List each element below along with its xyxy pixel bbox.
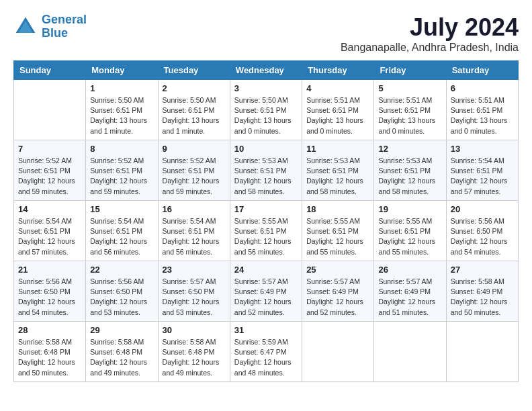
day-number: 25	[306, 265, 369, 275]
day-info: Sunrise: 5:52 AMSunset: 6:51 PMDaylight:…	[90, 156, 153, 197]
day-info: Sunrise: 5:57 AMSunset: 6:49 PMDaylight:…	[306, 277, 369, 318]
calendar-day-cell: 2Sunrise: 5:50 AMSunset: 6:51 PMDaylight…	[158, 80, 230, 140]
day-number: 17	[234, 204, 298, 214]
day-number: 27	[451, 265, 514, 275]
day-info: Sunrise: 5:53 AMSunset: 6:51 PMDaylight:…	[306, 156, 369, 197]
calendar-day-cell: 17Sunrise: 5:55 AMSunset: 6:51 PMDayligh…	[230, 201, 302, 261]
calendar-day-cell: 22Sunrise: 5:56 AMSunset: 6:50 PMDayligh…	[86, 261, 158, 322]
day-info: Sunrise: 5:52 AMSunset: 6:51 PMDaylight:…	[163, 156, 226, 197]
calendar-week-row: 1Sunrise: 5:50 AMSunset: 6:51 PMDaylight…	[14, 80, 519, 140]
day-number: 24	[234, 265, 298, 275]
day-number: 3	[234, 83, 298, 93]
calendar-day-cell: 16Sunrise: 5:54 AMSunset: 6:51 PMDayligh…	[158, 201, 230, 261]
month-title: July 2024	[341, 13, 519, 42]
calendar-week-row: 28Sunrise: 5:58 AMSunset: 6:48 PMDayligh…	[14, 322, 519, 382]
day-number: 28	[18, 325, 81, 335]
day-info: Sunrise: 5:50 AMSunset: 6:51 PMDaylight:…	[163, 95, 226, 136]
day-info: Sunrise: 5:51 AMSunset: 6:51 PMDaylight:…	[451, 95, 514, 136]
day-number: 15	[90, 204, 153, 214]
day-info: Sunrise: 5:58 AMSunset: 6:48 PMDaylight:…	[90, 337, 153, 378]
calendar-day-cell: 11Sunrise: 5:53 AMSunset: 6:51 PMDayligh…	[302, 140, 374, 201]
calendar-day-cell: 18Sunrise: 5:55 AMSunset: 6:51 PMDayligh…	[302, 201, 374, 261]
calendar-table: SundayMondayTuesdayWednesdayThursdayFrid…	[13, 60, 519, 382]
calendar-day-cell: 29Sunrise: 5:58 AMSunset: 6:48 PMDayligh…	[86, 322, 158, 382]
calendar-day-cell: 25Sunrise: 5:57 AMSunset: 6:49 PMDayligh…	[302, 261, 374, 322]
calendar-day-cell: 31Sunrise: 5:59 AMSunset: 6:47 PMDayligh…	[230, 322, 302, 382]
calendar-day-cell: 28Sunrise: 5:58 AMSunset: 6:48 PMDayligh…	[14, 322, 86, 382]
calendar-day-cell: 6Sunrise: 5:51 AMSunset: 6:51 PMDaylight…	[446, 80, 518, 140]
calendar-header-row: SundayMondayTuesdayWednesdayThursdayFrid…	[14, 61, 519, 80]
calendar-day-cell: 26Sunrise: 5:57 AMSunset: 6:49 PMDayligh…	[374, 261, 446, 322]
calendar-day-cell: 19Sunrise: 5:55 AMSunset: 6:51 PMDayligh…	[374, 201, 446, 261]
day-info: Sunrise: 5:54 AMSunset: 6:51 PMDaylight:…	[451, 156, 514, 197]
day-number: 2	[163, 83, 226, 93]
day-number: 16	[163, 204, 226, 214]
calendar-day-cell: 9Sunrise: 5:52 AMSunset: 6:51 PMDaylight…	[158, 140, 230, 201]
day-info: Sunrise: 5:57 AMSunset: 6:50 PMDaylight:…	[163, 277, 226, 318]
day-number: 19	[378, 204, 441, 214]
calendar-day-cell: 5Sunrise: 5:51 AMSunset: 6:51 PMDaylight…	[374, 80, 446, 140]
day-number: 11	[306, 144, 369, 154]
day-number: 18	[306, 204, 369, 214]
calendar-day-cell: 15Sunrise: 5:54 AMSunset: 6:51 PMDayligh…	[86, 201, 158, 261]
day-of-week-header: Saturday	[446, 61, 518, 80]
day-info: Sunrise: 5:55 AMSunset: 6:51 PMDaylight:…	[234, 216, 298, 257]
location-subtitle: Banganapalle, Andhra Pradesh, India	[341, 42, 519, 54]
day-info: Sunrise: 5:58 AMSunset: 6:49 PMDaylight:…	[451, 277, 514, 318]
calendar-day-cell: 14Sunrise: 5:54 AMSunset: 6:51 PMDayligh…	[14, 201, 86, 261]
day-number: 20	[451, 204, 514, 214]
day-number: 26	[378, 265, 441, 275]
day-of-week-header: Sunday	[14, 61, 86, 80]
logo-icon	[13, 15, 38, 39]
calendar-day-cell: 1Sunrise: 5:50 AMSunset: 6:51 PMDaylight…	[86, 80, 158, 140]
page-header: General Blue July 2024 Banganapalle, And…	[13, 13, 519, 54]
day-of-week-header: Wednesday	[230, 61, 302, 80]
calendar-day-cell: 27Sunrise: 5:58 AMSunset: 6:49 PMDayligh…	[446, 261, 518, 322]
logo: General Blue	[13, 13, 87, 40]
day-info: Sunrise: 5:54 AMSunset: 6:51 PMDaylight:…	[90, 216, 153, 257]
day-info: Sunrise: 5:56 AMSunset: 6:50 PMDaylight:…	[451, 216, 514, 257]
calendar-day-cell: 12Sunrise: 5:53 AMSunset: 6:51 PMDayligh…	[374, 140, 446, 201]
calendar-day-cell	[14, 80, 86, 140]
calendar-day-cell: 20Sunrise: 5:56 AMSunset: 6:50 PMDayligh…	[446, 201, 518, 261]
day-info: Sunrise: 5:55 AMSunset: 6:51 PMDaylight:…	[378, 216, 441, 257]
calendar-day-cell	[374, 322, 446, 382]
logo-text: General Blue	[42, 13, 87, 40]
day-of-week-header: Monday	[86, 61, 158, 80]
day-number: 4	[306, 83, 369, 93]
day-number: 5	[378, 83, 441, 93]
day-info: Sunrise: 5:54 AMSunset: 6:51 PMDaylight:…	[18, 216, 81, 257]
calendar-day-cell: 24Sunrise: 5:57 AMSunset: 6:49 PMDayligh…	[230, 261, 302, 322]
day-info: Sunrise: 5:53 AMSunset: 6:51 PMDaylight:…	[378, 156, 441, 197]
day-info: Sunrise: 5:59 AMSunset: 6:47 PMDaylight:…	[234, 337, 298, 378]
day-info: Sunrise: 5:56 AMSunset: 6:50 PMDaylight:…	[18, 277, 81, 318]
day-info: Sunrise: 5:51 AMSunset: 6:51 PMDaylight:…	[378, 95, 441, 136]
calendar-day-cell: 13Sunrise: 5:54 AMSunset: 6:51 PMDayligh…	[446, 140, 518, 201]
calendar-day-cell: 23Sunrise: 5:57 AMSunset: 6:50 PMDayligh…	[158, 261, 230, 322]
day-info: Sunrise: 5:57 AMSunset: 6:49 PMDaylight:…	[234, 277, 298, 318]
calendar-day-cell	[302, 322, 374, 382]
title-block: July 2024 Banganapalle, Andhra Pradesh, …	[341, 13, 519, 54]
logo-line1: General	[42, 13, 87, 26]
day-of-week-header: Thursday	[302, 61, 374, 80]
day-of-week-header: Friday	[374, 61, 446, 80]
calendar-day-cell: 4Sunrise: 5:51 AMSunset: 6:51 PMDaylight…	[302, 80, 374, 140]
calendar-week-row: 7Sunrise: 5:52 AMSunset: 6:51 PMDaylight…	[14, 140, 519, 201]
day-of-week-header: Tuesday	[158, 61, 230, 80]
day-info: Sunrise: 5:52 AMSunset: 6:51 PMDaylight:…	[18, 156, 81, 197]
day-info: Sunrise: 5:50 AMSunset: 6:51 PMDaylight:…	[234, 95, 298, 136]
day-info: Sunrise: 5:57 AMSunset: 6:49 PMDaylight:…	[378, 277, 441, 318]
day-info: Sunrise: 5:50 AMSunset: 6:51 PMDaylight:…	[90, 95, 153, 136]
day-number: 6	[451, 83, 514, 93]
day-number: 8	[90, 144, 153, 154]
day-number: 22	[90, 265, 153, 275]
calendar-day-cell: 30Sunrise: 5:58 AMSunset: 6:48 PMDayligh…	[158, 322, 230, 382]
day-number: 23	[163, 265, 226, 275]
day-number: 7	[18, 144, 81, 154]
day-info: Sunrise: 5:55 AMSunset: 6:51 PMDaylight:…	[306, 216, 369, 257]
calendar-day-cell: 10Sunrise: 5:53 AMSunset: 6:51 PMDayligh…	[230, 140, 302, 201]
calendar-day-cell: 8Sunrise: 5:52 AMSunset: 6:51 PMDaylight…	[86, 140, 158, 201]
day-info: Sunrise: 5:51 AMSunset: 6:51 PMDaylight:…	[306, 95, 369, 136]
day-number: 14	[18, 204, 81, 214]
day-number: 29	[90, 325, 153, 335]
